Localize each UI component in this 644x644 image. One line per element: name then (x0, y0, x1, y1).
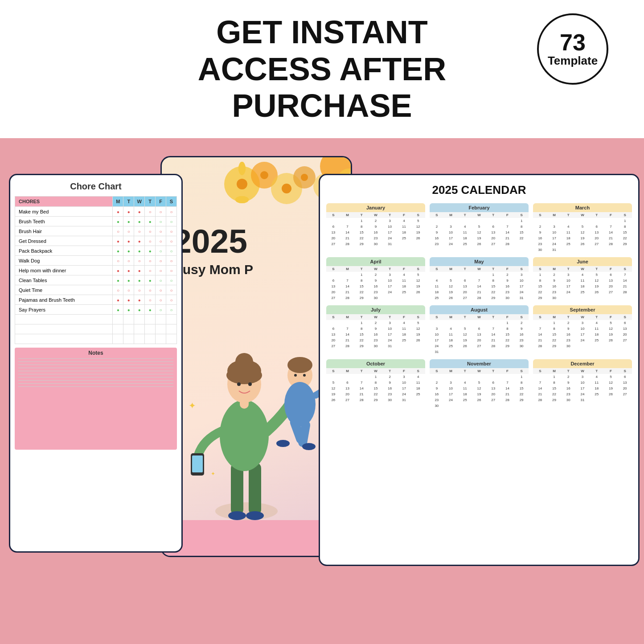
svg-point-25 (235, 353, 253, 371)
chore-day-cell: ○ (145, 207, 156, 217)
day-cell: 13 (340, 386, 355, 391)
day-cell: 16 (369, 283, 383, 289)
month-block: AugustSMTWTFS123456789101112131415161718… (430, 305, 529, 355)
day-cell: 1 (354, 272, 369, 278)
calendar-grid: JanuarySMTWTFS12345678910111213141516171… (326, 203, 632, 409)
chore-day-cell (156, 315, 166, 324)
day-cell: 7 (486, 326, 500, 332)
day-header-cell: T (458, 369, 472, 373)
svg-point-20 (220, 400, 269, 471)
chore-day-cell: ● (113, 236, 123, 246)
badge-number: 73 (560, 31, 586, 54)
svg-point-5 (237, 179, 247, 189)
day-cell (430, 320, 444, 326)
day-cell: 25 (590, 337, 604, 343)
day-cell: 8 (618, 224, 632, 230)
day-header-cell: S (533, 213, 547, 217)
day-cell: 1 (533, 272, 547, 278)
chore-day-cell: ○ (156, 256, 166, 266)
day-cell: 6 (340, 380, 355, 386)
day-cell: 6 (326, 278, 340, 283)
day-cell: 9 (514, 326, 529, 332)
day-cell: 19 (444, 289, 458, 295)
template-badge: 73 Template (537, 13, 608, 85)
day-cell: 26 (590, 289, 604, 295)
chore-day-cell: ○ (113, 226, 123, 236)
day-cell: 7 (340, 326, 355, 332)
day-cell: 1 (354, 218, 369, 224)
day-cell: 21 (604, 235, 618, 241)
day-cell: 13 (618, 326, 632, 332)
day-cell: 14 (340, 332, 355, 337)
day-cell (575, 218, 590, 224)
day-cell: 8 (354, 224, 369, 230)
day-cell: 13 (604, 278, 618, 283)
day-cell: 7 (340, 224, 355, 230)
day-cell: 1 (354, 320, 369, 326)
day-cell: 25 (444, 343, 458, 349)
day-cell: 28 (340, 241, 355, 247)
day-cell: 25 (561, 241, 575, 247)
day-header-cell: T (354, 267, 369, 271)
month-block: JanuarySMTWTFS12345678910111213141516171… (326, 203, 425, 253)
svg-point-34 (284, 382, 316, 427)
month-block: JuneSMTWTFS12345678910111213141516171819… (533, 257, 632, 301)
month-days: 1234567891011121314151617181920212223242… (533, 374, 632, 403)
day-cell: 6 (326, 224, 340, 230)
day-cell: 17 (383, 230, 397, 235)
day-cell: 14 (618, 278, 632, 283)
day-cell: 11 (590, 380, 604, 386)
day-cell: 23 (547, 289, 562, 295)
day-header-cell: T (486, 315, 500, 319)
month-block: OctoberSMTWTFS12345678910111213141516171… (326, 359, 425, 409)
chore-day-cell: ● (123, 236, 134, 246)
day-cell: 18 (458, 235, 472, 241)
day-cell: 15 (486, 283, 500, 289)
chore-row: Pack Backpack●●●●○○ (15, 246, 177, 256)
day-cell: 3 (383, 272, 397, 278)
month-header: November (430, 359, 529, 368)
day-cell: 2 (430, 224, 444, 230)
day-t2: T (145, 197, 156, 207)
day-header-cell: S (411, 213, 425, 217)
chore-day-cell (113, 334, 123, 344)
day-cell (486, 320, 500, 326)
day-cell (458, 320, 472, 326)
chore-day-cell: ● (134, 246, 145, 256)
day-cell: 8 (500, 326, 515, 332)
day-cell: 11 (397, 326, 411, 332)
day-cell: 6 (458, 278, 472, 283)
day-header-cell: S (618, 315, 632, 319)
day-header-cell: T (458, 267, 472, 271)
day-t: T (123, 197, 134, 207)
day-cell: 1 (369, 374, 383, 380)
month-header: July (326, 305, 425, 314)
svg-point-27 (248, 382, 252, 386)
day-cell: 23 (369, 337, 383, 343)
month-days: 1234567891011121314151617181920212223242… (533, 272, 632, 301)
chore-day-cell: ○ (166, 217, 177, 226)
day-cell: 10 (383, 224, 397, 230)
day-cell: 3 (397, 374, 411, 380)
chore-day-cell (156, 324, 166, 334)
day-cell: 2 (561, 320, 575, 326)
month-days-header: SMTWTFS (430, 266, 529, 272)
day-cell: 12 (411, 224, 425, 230)
chore-day-cell: ● (113, 305, 123, 315)
day-cell: 11 (590, 326, 604, 332)
day-cell: 26 (326, 397, 340, 403)
day-cell: 12 (458, 332, 472, 337)
chore-day-cell: ○ (145, 285, 156, 295)
day-header-cell: F (397, 267, 411, 271)
day-cell: 28 (340, 295, 355, 301)
day-f: F (156, 197, 166, 207)
chore-day-cell: ○ (156, 207, 166, 217)
chore-day-cell (166, 334, 177, 344)
day-cell: 21 (618, 283, 632, 289)
day-cell: 17 (561, 283, 575, 289)
day-cell: 26 (411, 289, 425, 295)
chore-row: Say Prayers●●●●○○ (15, 305, 177, 315)
day-cell: 7 (500, 224, 515, 230)
day-cell: 18 (458, 391, 472, 397)
chore-day-cell: ○ (145, 236, 156, 246)
